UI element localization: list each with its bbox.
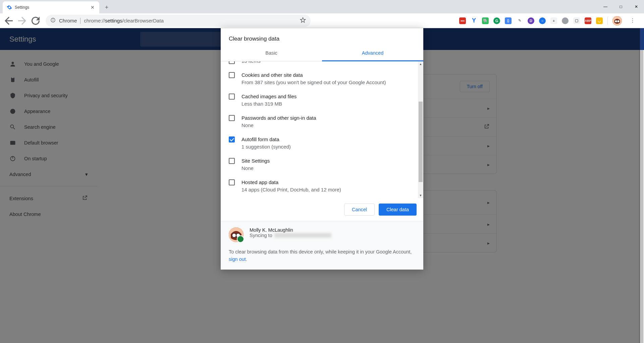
clear-data-item[interactable]: Autofill form data1 suggestion (synced) bbox=[229, 132, 421, 154]
close-window-button[interactable]: ✕ bbox=[629, 0, 644, 13]
svg-point-15 bbox=[236, 233, 240, 237]
scrollbar-thumb[interactable] bbox=[419, 102, 423, 182]
extension-icons: ••• Y 🐘 G ▯ ✎ D ○ + ▢ ABP ◡ ⋮ bbox=[459, 15, 641, 27]
dialog-scrollbar[interactable]: ▲ ▼ bbox=[418, 61, 423, 198]
dialog-item-list: 13 itemsCookies and other site dataFrom … bbox=[221, 61, 423, 198]
dialog-sync-footer: Molly K. McLaughlin Syncing to bbox=[221, 221, 423, 248]
adblock-extension-icon[interactable]: ABP bbox=[585, 17, 591, 24]
redacted-email bbox=[274, 233, 331, 238]
sign-out-link[interactable]: sign out bbox=[229, 256, 246, 262]
item-secondary-label: 13 items bbox=[241, 61, 261, 65]
clear-data-item[interactable]: Cached images and filesLess than 319 MB bbox=[229, 90, 421, 111]
extension-icon[interactable]: ▯ bbox=[505, 17, 512, 24]
checkbox[interactable] bbox=[229, 115, 235, 121]
svg-point-14 bbox=[232, 233, 236, 237]
url-text: chrome://settings/clearBrowserData bbox=[84, 18, 164, 23]
checkbox[interactable] bbox=[229, 158, 235, 164]
back-button[interactable] bbox=[3, 15, 15, 27]
clear-data-item[interactable]: Cookies and other site dataFrom 387 site… bbox=[229, 68, 421, 90]
cancel-button[interactable]: Cancel bbox=[344, 204, 375, 216]
scroll-down-arrow[interactable]: ▼ bbox=[418, 193, 423, 198]
extension-icon[interactable]: ◡ bbox=[596, 17, 603, 24]
maximize-button[interactable]: □ bbox=[613, 0, 629, 13]
url-divider bbox=[80, 18, 80, 24]
browser-titlebar: Settings ✕ + — □ ✕ bbox=[0, 0, 644, 13]
item-primary-label: Cached images and files bbox=[241, 93, 297, 100]
extension-icon[interactable]: ▢ bbox=[573, 17, 580, 24]
item-secondary-label: From 387 sites (you won't be signed out … bbox=[241, 79, 386, 86]
svg-point-4 bbox=[615, 20, 617, 22]
clear-data-item[interactable]: Passwords and other sign-in dataNone bbox=[229, 111, 421, 132]
scroll-up-arrow[interactable]: ▲ bbox=[418, 61, 423, 67]
clear-data-button[interactable]: Clear data bbox=[379, 204, 417, 216]
dialog-actions: Cancel Clear data bbox=[221, 198, 423, 221]
reload-button[interactable] bbox=[30, 15, 42, 27]
profile-avatar-button[interactable] bbox=[612, 16, 622, 25]
svg-point-5 bbox=[617, 20, 620, 22]
chrome-menu-button[interactable]: ⋮ bbox=[627, 15, 639, 27]
browser-toolbar: Chrome chrome://settings/clearBrowserDat… bbox=[0, 13, 644, 28]
lastpass-extension-icon[interactable]: ••• bbox=[459, 17, 466, 24]
user-name: Molly K. McLaughlin bbox=[250, 227, 331, 233]
url-scheme-label: Chrome bbox=[59, 18, 77, 23]
bookmark-star-icon[interactable] bbox=[300, 17, 306, 24]
extension-icon[interactable]: ✎ bbox=[516, 17, 523, 24]
checkbox[interactable] bbox=[229, 94, 235, 100]
gear-icon bbox=[7, 5, 12, 10]
item-secondary-label: 1 suggestion (synced) bbox=[241, 143, 291, 151]
item-secondary-label: 14 apps (Cloud Print, DocHub, and 12 mor… bbox=[241, 186, 341, 193]
svg-point-1 bbox=[53, 19, 53, 19]
tab-basic[interactable]: Basic bbox=[221, 46, 322, 61]
item-primary-label: Site Settings bbox=[241, 157, 270, 165]
item-secondary-label: None bbox=[241, 165, 270, 172]
checkbox[interactable] bbox=[229, 136, 235, 142]
item-primary-label: Autofill form data bbox=[241, 136, 291, 143]
dialog-title: Clear browsing data bbox=[221, 28, 423, 46]
item-primary-label: Cookies and other site data bbox=[241, 71, 386, 79]
dialog-tabs: Basic Advanced bbox=[221, 46, 423, 61]
item-primary-label: Passwords and other sign-in data bbox=[241, 114, 316, 122]
item-primary-label: Hosted app data bbox=[241, 179, 341, 186]
grammarly-extension-icon[interactable]: G bbox=[493, 17, 500, 24]
clear-browsing-data-dialog: Clear browsing data Basic Advanced 13 it… bbox=[221, 28, 423, 270]
address-bar[interactable]: Chrome chrome://settings/clearBrowserDat… bbox=[46, 15, 311, 27]
close-tab-icon[interactable]: ✕ bbox=[90, 5, 95, 10]
checkbox[interactable] bbox=[229, 61, 235, 64]
dialog-disclaimer: To clear browsing data from this device … bbox=[221, 248, 423, 270]
clear-data-item[interactable]: 13 items bbox=[229, 61, 421, 68]
tab-advanced[interactable]: Advanced bbox=[322, 46, 423, 61]
clear-data-item[interactable]: Site SettingsNone bbox=[229, 154, 421, 175]
window-controls: — □ ✕ bbox=[598, 0, 644, 13]
clear-data-item[interactable]: Hosted app data14 apps (Cloud Print, Doc… bbox=[229, 175, 421, 197]
browser-tab[interactable]: Settings ✕ bbox=[3, 1, 99, 13]
extension-icon[interactable]: D bbox=[528, 17, 534, 24]
checkbox[interactable] bbox=[229, 72, 235, 78]
tab-title: Settings bbox=[15, 5, 87, 10]
item-secondary-label: None bbox=[241, 122, 316, 129]
user-avatar bbox=[229, 227, 244, 242]
site-info-icon[interactable] bbox=[50, 17, 56, 24]
sync-status: Syncing to bbox=[250, 233, 331, 238]
svg-rect-2 bbox=[53, 20, 53, 21]
forward-button[interactable] bbox=[16, 15, 28, 27]
separator bbox=[607, 17, 608, 25]
new-tab-button[interactable]: + bbox=[102, 3, 111, 12]
minimize-button[interactable]: — bbox=[598, 0, 613, 13]
evernote-extension-icon[interactable]: 🐘 bbox=[482, 17, 489, 24]
extension-icon[interactable] bbox=[562, 17, 569, 24]
checkbox[interactable] bbox=[229, 179, 235, 185]
extension-icon[interactable]: Y bbox=[471, 17, 477, 24]
item-secondary-label: Less than 319 MB bbox=[241, 100, 297, 108]
extension-icon[interactable]: + bbox=[550, 17, 557, 24]
extension-icon[interactable]: ○ bbox=[539, 17, 546, 24]
